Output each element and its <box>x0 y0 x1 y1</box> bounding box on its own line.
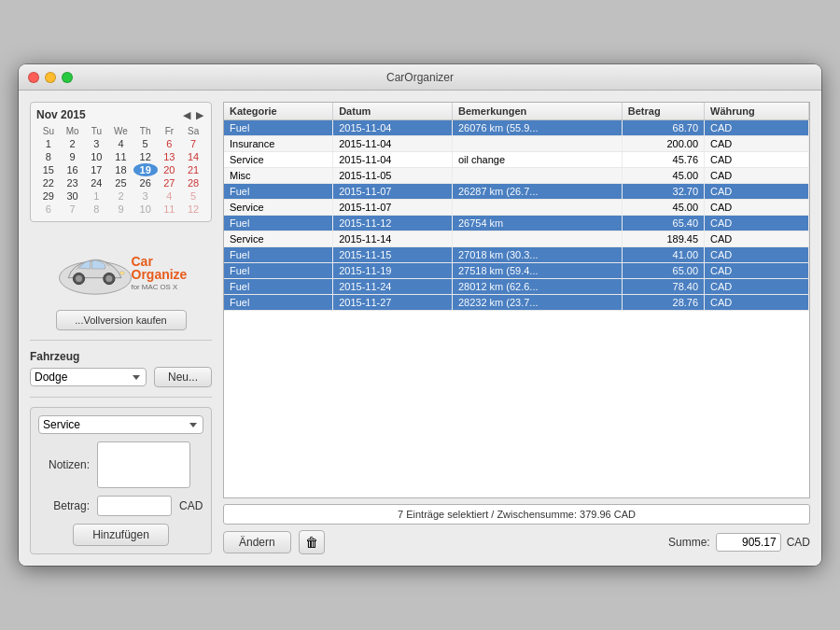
table-cell: Misc <box>224 168 333 184</box>
table-cell: Fuel <box>224 295 333 311</box>
calendar-day[interactable]: 18 <box>108 163 133 176</box>
vollversion-button[interactable]: ...Vollversion kaufen <box>56 310 187 330</box>
data-table[interactable]: KategorieDatumBemerkungenBetragWährung F… <box>223 102 810 498</box>
calendar-day[interactable]: 26 <box>133 176 158 189</box>
table-cell: 45.76 <box>622 152 704 168</box>
table-cell: 28.76 <box>622 295 704 311</box>
calendar-day[interactable]: 1 <box>84 189 108 203</box>
category-select[interactable]: Service Fuel Insurance Misc <box>38 415 203 434</box>
table-cell: CAD <box>705 120 809 136</box>
divider-2 <box>30 397 212 398</box>
calendar-day[interactable]: 2 <box>108 189 133 203</box>
vehicle-select[interactable]: Dodge <box>30 368 147 386</box>
table-row[interactable]: Service2015-11-04oil change45.76CAD <box>224 152 809 168</box>
notizen-input[interactable] <box>97 441 190 488</box>
table-cell <box>452 200 622 216</box>
table-cell: CAD <box>705 263 809 279</box>
table-row[interactable]: Fuel2015-11-1927518 km (59.4...65.00CAD <box>224 263 809 279</box>
calendar-day[interactable]: 16 <box>61 163 85 176</box>
calendar-day[interactable]: 1 <box>36 137 61 150</box>
calendar-day[interactable]: 11 <box>108 150 133 163</box>
table-cell: oil change <box>452 152 622 168</box>
calendar-day[interactable]: 12 <box>133 150 158 163</box>
calendar-day[interactable]: 11 <box>158 203 182 216</box>
table-row[interactable]: Insurance2015-11-04200.00CAD <box>224 136 809 152</box>
calendar-day[interactable]: 6 <box>158 137 182 150</box>
calendar-day[interactable]: 8 <box>36 150 61 163</box>
table-cell <box>452 168 622 184</box>
aendern-button[interactable]: Ändern <box>223 531 291 553</box>
calendar-day[interactable]: 7 <box>61 203 85 216</box>
calendar-day[interactable]: 3 <box>84 137 108 150</box>
fahrzeug-row: Dodge Neu... <box>30 367 212 387</box>
table-row[interactable]: Fuel2015-11-0426076 km (55.9...68.70CAD <box>224 120 809 136</box>
betrag-cad-label: CAD <box>179 499 203 512</box>
calendar-day[interactable]: 24 <box>84 176 108 189</box>
table-cell: 2015-11-19 <box>333 263 453 279</box>
calendar-day[interactable]: 9 <box>61 150 85 163</box>
calendar-day[interactable]: 9 <box>108 203 133 216</box>
table-row[interactable]: Misc2015-11-0545.00CAD <box>224 168 809 184</box>
calendar-next-button[interactable]: ▶ <box>194 109 205 121</box>
calendar-day[interactable]: 4 <box>108 137 133 150</box>
table-row[interactable]: Fuel2015-11-0726287 km (26.7...32.70CAD <box>224 184 809 200</box>
table-row[interactable]: Fuel2015-11-1226754 km65.40CAD <box>224 216 809 231</box>
form-section: Service Fuel Insurance Misc Notizen: Bet… <box>30 407 212 554</box>
calendar-day[interactable]: 5 <box>133 137 158 150</box>
calendar-day[interactable]: 14 <box>181 150 205 163</box>
calendar-day[interactable]: 21 <box>181 163 205 176</box>
calendar-day[interactable]: 7 <box>181 137 205 150</box>
svg-text:Organizer: Organizer <box>131 267 187 282</box>
table-row[interactable]: Fuel2015-11-2428012 km (62.6...78.40CAD <box>224 279 809 295</box>
maximize-button[interactable] <box>62 72 73 83</box>
calendar-day[interactable]: 23 <box>61 176 85 189</box>
close-button[interactable] <box>28 72 39 83</box>
calendar-day[interactable]: 8 <box>84 203 108 216</box>
summe-label: Summe: <box>668 536 710 549</box>
calendar-day[interactable]: 29 <box>36 189 61 203</box>
table-row[interactable]: Service2015-11-0745.00CAD <box>224 200 809 216</box>
calendar-day[interactable]: 15 <box>36 163 61 176</box>
table-cell: 65.00 <box>622 263 704 279</box>
calendar-day[interactable]: 19 <box>133 163 158 176</box>
hinzufugen-button[interactable]: Hinzufügen <box>73 524 169 546</box>
table-cell <box>452 136 622 152</box>
category-row: Service Fuel Insurance Misc <box>38 415 203 434</box>
table-row[interactable]: Fuel2015-11-2728232 km (23.7...28.76CAD <box>224 295 809 311</box>
calendar-day[interactable]: 2 <box>61 137 85 150</box>
calendar-weekday: Tu <box>84 125 108 137</box>
main-content: Nov 2015 ◀ ▶ SuMoTuWeThFrSa 123456789101… <box>19 91 821 566</box>
calendar-day[interactable]: 12 <box>181 203 205 216</box>
minimize-button[interactable] <box>45 72 56 83</box>
neu-button[interactable]: Neu... <box>154 367 212 387</box>
calendar-day[interactable]: 10 <box>133 203 158 216</box>
table-row[interactable]: Service2015-11-14189.45CAD <box>224 231 809 247</box>
calendar-month-year: Nov 2015 <box>36 108 86 121</box>
calendar-day[interactable]: 28 <box>181 176 205 189</box>
calendar-header: Nov 2015 ◀ ▶ <box>36 108 205 121</box>
calendar-day[interactable]: 27 <box>158 176 182 189</box>
table-cell: 65.40 <box>622 216 704 231</box>
table-cell: Fuel <box>224 184 333 200</box>
table-cell: CAD <box>705 247 809 263</box>
table-cell: 32.70 <box>622 184 704 200</box>
calendar-prev-button[interactable]: ◀ <box>181 109 192 121</box>
calendar-day[interactable]: 13 <box>158 150 182 163</box>
calendar-day[interactable]: 5 <box>181 189 205 203</box>
notizen-label: Notizen: <box>38 458 90 471</box>
calendar-day[interactable]: 3 <box>133 189 158 203</box>
trash-icon: 🗑 <box>305 535 318 550</box>
calendar-day[interactable]: 20 <box>158 163 182 176</box>
calendar-day[interactable]: 22 <box>36 176 61 189</box>
trash-button[interactable]: 🗑 <box>299 530 325 554</box>
table-row[interactable]: Fuel2015-11-1527018 km (30.3...41.00CAD <box>224 247 809 263</box>
calendar-day[interactable]: 17 <box>84 163 108 176</box>
calendar-day[interactable]: 30 <box>61 189 85 203</box>
calendar-day[interactable]: 10 <box>84 150 108 163</box>
table-cell: Fuel <box>224 216 333 231</box>
calendar-day[interactable]: 4 <box>158 189 182 203</box>
table-cell: 27018 km (30.3... <box>452 247 622 263</box>
betrag-input[interactable] <box>97 496 172 516</box>
calendar-day[interactable]: 25 <box>108 176 133 189</box>
calendar-day[interactable]: 6 <box>36 203 61 216</box>
